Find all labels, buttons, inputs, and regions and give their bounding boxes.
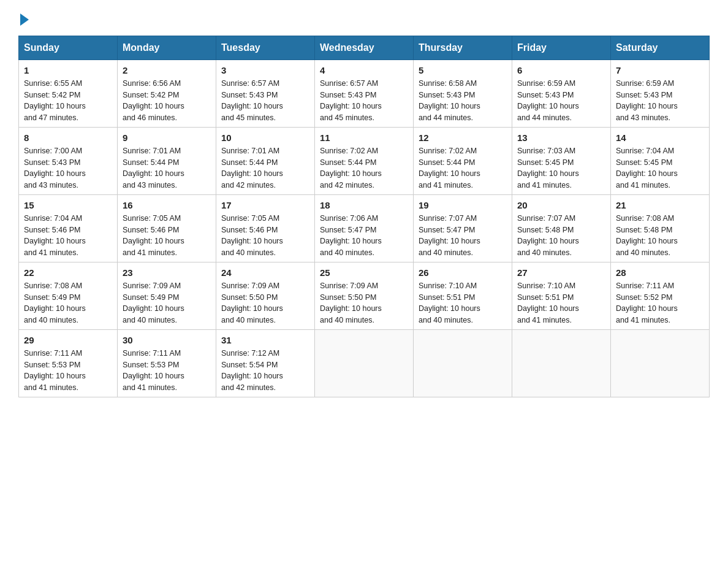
day-number: 27 — [517, 266, 605, 279]
calendar-cell — [611, 330, 710, 397]
day-info: Sunrise: 6:57 AMSunset: 5:43 PMDaylight:… — [221, 79, 283, 122]
day-number: 2 — [123, 64, 211, 77]
day-info: Sunrise: 7:09 AMSunset: 5:50 PMDaylight:… — [221, 282, 283, 324]
day-number: 7 — [616, 64, 704, 77]
calendar-cell: 17 Sunrise: 7:05 AMSunset: 5:46 PMDaylig… — [216, 195, 315, 262]
day-number: 26 — [419, 266, 507, 279]
calendar-table: SundayMondayTuesdayWednesdayThursdayFrid… — [18, 36, 710, 397]
day-header-tuesday: Tuesday — [216, 36, 315, 60]
day-info: Sunrise: 7:08 AMSunset: 5:49 PMDaylight:… — [24, 282, 86, 324]
day-header-saturday: Saturday — [611, 36, 710, 60]
day-info: Sunrise: 7:01 AMSunset: 5:44 PMDaylight:… — [221, 147, 283, 190]
calendar-cell: 11 Sunrise: 7:02 AMSunset: 5:44 PMDaylig… — [315, 128, 414, 195]
day-info: Sunrise: 6:59 AMSunset: 5:43 PMDaylight:… — [616, 79, 678, 122]
day-info: Sunrise: 7:03 AMSunset: 5:45 PMDaylight:… — [517, 147, 579, 190]
day-info: Sunrise: 7:02 AMSunset: 5:44 PMDaylight:… — [320, 147, 382, 190]
day-number: 16 — [123, 199, 211, 212]
day-info: Sunrise: 6:57 AMSunset: 5:43 PMDaylight:… — [320, 79, 382, 122]
day-info: Sunrise: 7:00 AMSunset: 5:43 PMDaylight:… — [24, 147, 86, 190]
day-number: 19 — [419, 199, 507, 212]
calendar-cell: 8 Sunrise: 7:00 AMSunset: 5:43 PMDayligh… — [19, 128, 118, 195]
calendar-cell: 15 Sunrise: 7:04 AMSunset: 5:46 PMDaylig… — [19, 195, 118, 262]
day-info: Sunrise: 7:11 AMSunset: 5:53 PMDaylight:… — [24, 349, 86, 392]
calendar-cell: 7 Sunrise: 6:59 AMSunset: 5:43 PMDayligh… — [611, 60, 710, 128]
day-info: Sunrise: 7:07 AMSunset: 5:48 PMDaylight:… — [517, 214, 579, 257]
day-info: Sunrise: 7:04 AMSunset: 5:45 PMDaylight:… — [616, 147, 678, 190]
logo-top — [18, 12, 29, 26]
calendar-cell — [414, 330, 512, 397]
day-number: 18 — [320, 199, 408, 212]
week-row-4: 22 Sunrise: 7:08 AMSunset: 5:49 PMDaylig… — [19, 262, 710, 330]
day-header-sunday: Sunday — [19, 36, 118, 60]
calendar-cell: 25 Sunrise: 7:09 AMSunset: 5:50 PMDaylig… — [315, 262, 414, 330]
calendar-cell: 10 Sunrise: 7:01 AMSunset: 5:44 PMDaylig… — [216, 128, 315, 195]
day-info: Sunrise: 7:05 AMSunset: 5:46 PMDaylight:… — [221, 214, 283, 257]
day-number: 17 — [221, 199, 309, 212]
day-number: 12 — [419, 131, 507, 144]
day-number: 25 — [320, 266, 408, 279]
calendar-cell: 23 Sunrise: 7:09 AMSunset: 5:49 PMDaylig… — [118, 262, 216, 330]
day-number: 1 — [24, 64, 112, 77]
day-number: 24 — [221, 266, 309, 279]
calendar-cell: 14 Sunrise: 7:04 AMSunset: 5:45 PMDaylig… — [611, 128, 710, 195]
calendar-cell — [315, 330, 414, 397]
day-number: 10 — [221, 131, 309, 144]
day-info: Sunrise: 7:09 AMSunset: 5:50 PMDaylight:… — [320, 282, 382, 324]
calendar-cell: 12 Sunrise: 7:02 AMSunset: 5:44 PMDaylig… — [414, 128, 512, 195]
day-number: 9 — [123, 131, 211, 144]
calendar-cell: 22 Sunrise: 7:08 AMSunset: 5:49 PMDaylig… — [19, 262, 118, 330]
calendar-cell: 31 Sunrise: 7:12 AMSunset: 5:54 PMDaylig… — [216, 330, 315, 397]
day-number: 29 — [24, 334, 112, 347]
week-row-1: 1 Sunrise: 6:55 AMSunset: 5:42 PMDayligh… — [19, 60, 710, 128]
week-row-5: 29 Sunrise: 7:11 AMSunset: 5:53 PMDaylig… — [19, 330, 710, 397]
day-number: 30 — [123, 334, 211, 347]
logo-arrow-icon — [20, 13, 29, 26]
day-number: 6 — [517, 64, 605, 77]
day-info: Sunrise: 6:55 AMSunset: 5:42 PMDaylight:… — [24, 79, 86, 122]
day-number: 23 — [123, 266, 211, 279]
calendar-cell: 24 Sunrise: 7:09 AMSunset: 5:50 PMDaylig… — [216, 262, 315, 330]
calendar-body: 1 Sunrise: 6:55 AMSunset: 5:42 PMDayligh… — [19, 60, 710, 397]
day-number: 11 — [320, 131, 408, 144]
day-number: 20 — [517, 199, 605, 212]
calendar-cell: 21 Sunrise: 7:08 AMSunset: 5:48 PMDaylig… — [611, 195, 710, 262]
day-header-thursday: Thursday — [414, 36, 512, 60]
calendar-cell: 9 Sunrise: 7:01 AMSunset: 5:44 PMDayligh… — [118, 128, 216, 195]
day-info: Sunrise: 7:02 AMSunset: 5:44 PMDaylight:… — [419, 147, 480, 190]
day-info: Sunrise: 7:10 AMSunset: 5:51 PMDaylight:… — [517, 282, 579, 324]
day-info: Sunrise: 7:08 AMSunset: 5:48 PMDaylight:… — [616, 214, 678, 257]
day-number: 8 — [24, 131, 112, 144]
day-info: Sunrise: 7:11 AMSunset: 5:53 PMDaylight:… — [123, 349, 184, 392]
calendar-cell: 3 Sunrise: 6:57 AMSunset: 5:43 PMDayligh… — [216, 60, 315, 128]
day-info: Sunrise: 7:11 AMSunset: 5:52 PMDaylight:… — [616, 282, 678, 324]
calendar-cell: 28 Sunrise: 7:11 AMSunset: 5:52 PMDaylig… — [611, 262, 710, 330]
day-number: 31 — [221, 334, 309, 347]
day-number: 14 — [616, 131, 704, 144]
day-header-monday: Monday — [118, 36, 216, 60]
calendar-cell — [512, 330, 611, 397]
calendar-cell: 30 Sunrise: 7:11 AMSunset: 5:53 PMDaylig… — [118, 330, 216, 397]
calendar-cell: 6 Sunrise: 6:59 AMSunset: 5:43 PMDayligh… — [512, 60, 611, 128]
calendar-cell: 5 Sunrise: 6:58 AMSunset: 5:43 PMDayligh… — [414, 60, 512, 128]
page-header — [18, 12, 710, 23]
week-row-2: 8 Sunrise: 7:00 AMSunset: 5:43 PMDayligh… — [19, 128, 710, 195]
calendar-cell: 16 Sunrise: 7:05 AMSunset: 5:46 PMDaylig… — [118, 195, 216, 262]
day-info: Sunrise: 7:01 AMSunset: 5:44 PMDaylight:… — [123, 147, 184, 190]
day-header-friday: Friday — [512, 36, 611, 60]
day-number: 3 — [221, 64, 309, 77]
day-header-wednesday: Wednesday — [315, 36, 414, 60]
calendar-cell: 19 Sunrise: 7:07 AMSunset: 5:47 PMDaylig… — [414, 195, 512, 262]
day-info: Sunrise: 6:56 AMSunset: 5:42 PMDaylight:… — [123, 79, 184, 122]
header-row: SundayMondayTuesdayWednesdayThursdayFrid… — [19, 36, 710, 60]
day-info: Sunrise: 7:10 AMSunset: 5:51 PMDaylight:… — [419, 282, 480, 324]
day-info: Sunrise: 6:59 AMSunset: 5:43 PMDaylight:… — [517, 79, 579, 122]
day-info: Sunrise: 7:12 AMSunset: 5:54 PMDaylight:… — [221, 349, 283, 392]
calendar-header: SundayMondayTuesdayWednesdayThursdayFrid… — [19, 36, 710, 60]
day-number: 13 — [517, 131, 605, 144]
day-info: Sunrise: 7:09 AMSunset: 5:49 PMDaylight:… — [123, 282, 184, 324]
calendar-cell: 20 Sunrise: 7:07 AMSunset: 5:48 PMDaylig… — [512, 195, 611, 262]
day-number: 22 — [24, 266, 112, 279]
day-number: 21 — [616, 199, 704, 212]
calendar-cell: 1 Sunrise: 6:55 AMSunset: 5:42 PMDayligh… — [19, 60, 118, 128]
calendar-cell: 2 Sunrise: 6:56 AMSunset: 5:42 PMDayligh… — [118, 60, 216, 128]
